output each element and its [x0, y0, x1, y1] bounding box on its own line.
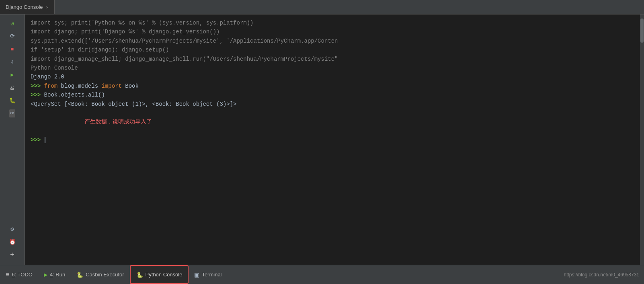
scrollbar-thumb[interactable]	[640, 19, 644, 43]
terminal-item[interactable]: ▣ Terminal	[189, 265, 227, 284]
print-icon[interactable]	[7, 82, 18, 93]
keyword-import: import	[101, 83, 121, 89]
bug-icon[interactable]	[7, 95, 18, 106]
console-line-chinese: 产生数据，说明成功导入了	[31, 117, 634, 126]
casbin-label: Casbin Executor	[86, 272, 124, 278]
console-line-3: sys.path.extend(['/Users/shenhua/Pycharm…	[31, 37, 634, 45]
tab-bar: Django Console ×	[0, 0, 644, 14]
book-objects-text: Book.objects.all()	[44, 92, 105, 98]
run-icon[interactable]	[7, 69, 18, 80]
console-line-django-version: Django 2.0	[31, 72, 634, 81]
console-line-from-import: >>> from blog.models import Book	[31, 82, 634, 91]
todo-item[interactable]: 6: TODO	[0, 265, 38, 284]
url-display: https://blog.csdn.net/m0_46958731	[564, 272, 644, 278]
console-line-empty1	[31, 109, 634, 117]
python-console-icon: 🐍	[136, 272, 143, 278]
gear-icon[interactable]	[7, 224, 18, 235]
console-line-4: if 'setup' in dir(django): django.setup(…	[31, 45, 634, 54]
restart-icon[interactable]	[7, 18, 18, 29]
run-label: 4: Run	[50, 272, 65, 278]
python-console-label: Python Console	[146, 272, 183, 278]
middle-text: blog.models	[57, 83, 101, 89]
prompt-2: >>>	[31, 92, 44, 98]
tab-label: Django Console	[6, 4, 43, 10]
main-area: import sys; print('Python %s on %s' % (s…	[0, 14, 644, 265]
casbin-executor-item[interactable]: 🐍 Casbin Executor	[71, 265, 129, 284]
prompt-1: >>>	[31, 83, 44, 89]
console-cursor-line[interactable]: >>>	[31, 136, 634, 144]
run-item[interactable]: 4: Run	[38, 265, 71, 284]
console-line-1: import sys; print('Python %s on %s' % (s…	[31, 19, 634, 27]
infinity-icon[interactable]	[7, 108, 18, 119]
console-line-empty2	[31, 127, 634, 136]
prompt-3: >>>	[31, 136, 44, 144]
text-cursor	[45, 137, 45, 143]
casbin-icon: 🐍	[76, 272, 83, 278]
stop-icon[interactable]	[7, 43, 18, 55]
run-icon-sm	[44, 272, 47, 278]
console-line-2: import django; print('Django %s' % djang…	[31, 27, 634, 36]
book-text: Book	[122, 83, 139, 89]
django-console-tab[interactable]: Django Console ×	[0, 0, 55, 14]
rerun-icon[interactable]	[7, 31, 18, 42]
todo-icon	[6, 271, 9, 278]
scroll-end-icon[interactable]	[7, 56, 18, 68]
console-output[interactable]: import sys; print('Python %s on %s' % (s…	[25, 14, 640, 265]
console-line-result: <QuerySet [<Book: Book object (1)>, <Boo…	[31, 100, 634, 109]
keyword-from: from	[44, 83, 58, 89]
console-line-book-objects: >>> Book.objects.all()	[31, 91, 634, 99]
scrollbar[interactable]	[640, 14, 644, 265]
terminal-icon: ▣	[194, 272, 199, 278]
console-line-5: import django_manage_shell; django_manag…	[31, 55, 634, 64]
todo-label: 6: TODO	[12, 272, 33, 278]
clock-icon[interactable]	[7, 237, 18, 248]
terminal-label: Terminal	[202, 272, 222, 278]
status-bar: 6: TODO 4: Run 🐍 Casbin Executor 🐍 Pytho…	[0, 265, 644, 284]
tab-close-button[interactable]: ×	[46, 5, 49, 10]
sidebar	[0, 14, 25, 265]
python-console-item[interactable]: 🐍 Python Console	[130, 265, 189, 284]
console-line-python-label: Python Console	[31, 64, 634, 72]
plus-icon[interactable]	[7, 249, 18, 261]
